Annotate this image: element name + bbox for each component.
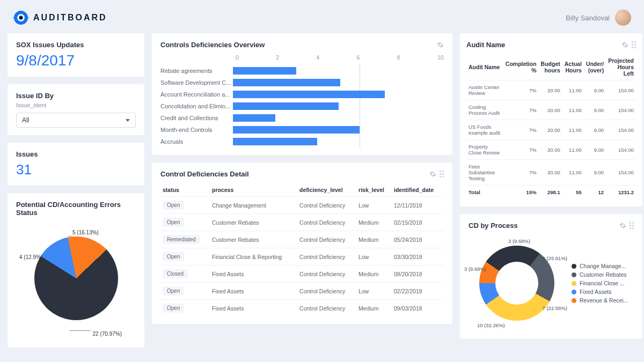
- table-row[interactable]: Fees Substantive Testing7%20.0011.009.00…: [466, 160, 636, 186]
- legend-item[interactable]: Change Manage...: [572, 263, 628, 269]
- donut-legend: Change Manage...Customer RebatesFinancia…: [572, 261, 628, 306]
- svg-point-1: [19, 16, 23, 20]
- table-row[interactable]: RemediatedCustomer RebatesControl Defici…: [160, 231, 444, 248]
- filter-title: Issue ID By: [16, 92, 136, 100]
- legend-item[interactable]: Customer Rebates: [572, 271, 628, 278]
- bar-fill: [233, 114, 275, 122]
- audit-title: Audit Name: [466, 41, 505, 49]
- bar-axis: 0 2 4 6 8 10: [160, 54, 444, 61]
- status-badge: Open: [163, 252, 184, 261]
- audit-table-card: Audit Name Audit Name Completion % Budge…: [460, 33, 642, 206]
- bar-title: Controls Deficiencies Overview: [160, 41, 265, 49]
- table-row[interactable]: Austin Center Review7%20.0011.009.00154.…: [466, 80, 636, 100]
- topbar: AUDITBOARD Billy Sandoval: [0, 0, 644, 33]
- filter-select[interactable]: All: [16, 113, 136, 128]
- detail-table-card: Control Deficiencies Detail status proce…: [152, 162, 452, 324]
- filter-field-label: Issue_ident: [16, 102, 136, 108]
- legend-item[interactable]: Revenue & Recei...: [572, 297, 628, 304]
- gear-icon[interactable]: [621, 41, 628, 48]
- bar-fill: [233, 79, 340, 86]
- bar-row[interactable]: Rebate agreements: [160, 65, 444, 77]
- status-badge: Open: [163, 304, 184, 313]
- status-badge: Open: [163, 201, 184, 210]
- table-row[interactable]: US Foods example audit7%20.0011.009.0015…: [466, 120, 636, 140]
- drag-handle-icon[interactable]: [440, 171, 444, 178]
- donut-card: CD by Process 3 (9.68%) 8 (25.81%) 7 (22…: [460, 214, 642, 339]
- legend-swatch: [572, 281, 576, 286]
- table-row[interactable]: Property Close Review7%20.0011.009.00154…: [466, 140, 636, 160]
- pie-label-blue: 4 (12.9%): [19, 254, 42, 260]
- table-row[interactable]: OpenChange ManagementControl DeficiencyL…: [160, 197, 444, 214]
- bar-label: Credit and Collections: [160, 115, 233, 121]
- bar-label: Rebate agreements: [160, 68, 233, 74]
- bar-fill: [233, 91, 385, 98]
- pie-card: Potential CD/Accounting Errors Status 5 …: [8, 193, 144, 348]
- brand-text: AUDITBOARD: [33, 13, 107, 23]
- table-row[interactable]: OpenFixed AssetsControl DeficiencyLow02/…: [160, 283, 444, 300]
- bar-label: Month-end Controls: [160, 127, 233, 133]
- status-badge: Open: [163, 218, 184, 227]
- chevron-down-icon: [126, 119, 130, 122]
- bar-row[interactable]: Month-end Controls: [160, 124, 444, 136]
- user-name: Billy Sandoval: [566, 14, 610, 22]
- gear-icon[interactable]: [619, 222, 626, 229]
- bar-fill: [233, 102, 339, 110]
- gear-icon[interactable]: [437, 41, 444, 48]
- bar-fill: [233, 138, 317, 145]
- legend-swatch: [572, 272, 576, 277]
- donut-title: CD by Process: [469, 221, 518, 230]
- table-row[interactable]: Costing Process Audit7%20.0011.009.00154…: [466, 100, 636, 120]
- pie-label-orange: 5 (16.13%): [72, 230, 99, 235]
- drag-handle-icon[interactable]: [630, 222, 634, 229]
- issues-title: Issues: [16, 150, 136, 158]
- bar-row[interactable]: Account Reconciliation a...: [160, 88, 444, 100]
- bar-row[interactable]: Concolidation and Elimin...: [160, 100, 444, 112]
- legend-swatch: [572, 290, 576, 294]
- bar-fill: [233, 126, 360, 134]
- detail-title: Control Deficiencies Detail: [160, 170, 249, 178]
- status-badge: Remediated: [163, 235, 200, 244]
- sox-date: 9/8/2017: [16, 52, 136, 69]
- legend-swatch: [572, 298, 576, 303]
- bar-fill: [233, 67, 296, 75]
- pie-label-dark: 22 (70.97%): [93, 331, 122, 337]
- drag-handle-icon[interactable]: [632, 41, 636, 48]
- table-row[interactable]: ClosedFixed AssetsControl DeficiencyMedi…: [160, 265, 444, 283]
- table-row[interactable]: OpenCustomer RebatesControl DeficiencyMe…: [160, 214, 444, 231]
- logo[interactable]: AUDITBOARD: [13, 10, 107, 26]
- filter-value: All: [22, 116, 29, 124]
- bar-label: Accruals: [160, 138, 233, 145]
- bar-label: Account Reconciliation a...: [160, 91, 233, 98]
- detail-table: status process deficiency_level risk_lev…: [160, 183, 444, 316]
- bar-label: Concolidation and Elimin...: [160, 103, 233, 109]
- audit-table: Audit Name Completion % Budget hours Act…: [466, 54, 636, 199]
- issues-count: 31: [16, 161, 136, 178]
- status-badge: Open: [163, 286, 184, 295]
- sox-updates-card: SOX Issues Updates 9/8/2017: [8, 33, 144, 77]
- issue-filter-card: Issue ID By Issue_ident All: [8, 84, 144, 135]
- pie-title: Potential CD/Accounting Errors Status: [16, 201, 136, 217]
- legend-item[interactable]: Fixed Assets: [572, 289, 628, 295]
- logo-icon: [13, 10, 29, 26]
- status-pie-chart[interactable]: [34, 237, 118, 320]
- status-badge: Closed: [163, 269, 188, 278]
- user-menu[interactable]: Billy Sandoval: [566, 10, 631, 26]
- bar-row[interactable]: Software Development C...: [160, 77, 444, 88]
- legend-item[interactable]: Financial Close ...: [572, 280, 628, 286]
- table-row[interactable]: OpenFinancial Close & ReportingControl D…: [160, 248, 444, 265]
- bar-row[interactable]: Credit and Collections: [160, 112, 444, 124]
- avatar: [615, 10, 631, 26]
- table-row[interactable]: OpenFixed AssetsControl DeficiencyMedium…: [160, 300, 444, 317]
- sox-title: SOX Issues Updates: [16, 41, 136, 49]
- bar-chart-card: Controls Deficiencies Overview 0 2 4 6 8…: [152, 33, 452, 155]
- issues-count-card: Issues 31: [8, 143, 144, 186]
- bar-label: Software Development C...: [160, 79, 233, 86]
- legend-swatch: [572, 264, 576, 269]
- bar-row[interactable]: Accruals: [160, 136, 444, 147]
- gear-icon[interactable]: [429, 171, 436, 178]
